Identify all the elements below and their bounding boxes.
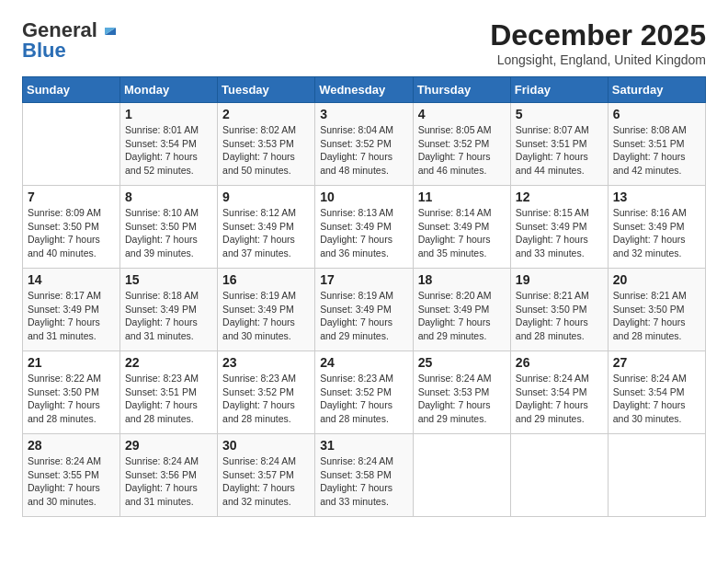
day-number: 8 — [125, 190, 212, 204]
calendar-cell: 5Sunrise: 8:07 AMSunset: 3:51 PMDaylight… — [510, 103, 608, 186]
calendar-cell: 15Sunrise: 8:18 AMSunset: 3:49 PMDayligh… — [120, 269, 218, 351]
day-header-saturday: Saturday — [608, 77, 705, 103]
day-number: 30 — [222, 438, 310, 453]
day-number: 10 — [320, 190, 407, 204]
day-number: 18 — [418, 272, 506, 287]
logo: General Blue — [22, 18, 119, 63]
day-number: 15 — [125, 272, 212, 287]
cell-info: Sunrise: 8:24 AMSunset: 3:53 PMDaylight:… — [418, 372, 506, 426]
day-number: 6 — [613, 107, 700, 121]
calendar-cell: 3Sunrise: 8:04 AMSunset: 3:52 PMDaylight… — [315, 103, 413, 186]
calendar-week-row: 1Sunrise: 8:01 AMSunset: 3:54 PMDaylight… — [23, 103, 706, 186]
day-number: 22 — [125, 355, 212, 370]
cell-info: Sunrise: 8:04 AMSunset: 3:52 PMDaylight:… — [320, 123, 407, 178]
calendar-cell: 28Sunrise: 8:24 AMSunset: 3:55 PMDayligh… — [23, 434, 120, 517]
day-number: 3 — [320, 107, 407, 121]
calendar-week-row: 7Sunrise: 8:09 AMSunset: 3:50 PMDaylight… — [23, 186, 706, 269]
day-number: 23 — [222, 355, 310, 370]
logo-icon — [99, 18, 119, 39]
day-header-sunday: Sunday — [23, 77, 120, 103]
calendar-cell: 25Sunrise: 8:24 AMSunset: 3:53 PMDayligh… — [413, 351, 510, 434]
calendar-cell: 16Sunrise: 8:19 AMSunset: 3:49 PMDayligh… — [218, 269, 315, 351]
calendar-cell: 29Sunrise: 8:24 AMSunset: 3:56 PMDayligh… — [120, 434, 218, 517]
calendar-cell — [608, 434, 705, 517]
page-header: General Blue December 2025 Longsight, En… — [22, 18, 706, 67]
calendar-cell: 4Sunrise: 8:05 AMSunset: 3:52 PMDaylight… — [413, 103, 510, 186]
cell-info: Sunrise: 8:12 AMSunset: 3:49 PMDaylight:… — [222, 206, 310, 260]
calendar-cell: 8Sunrise: 8:10 AMSunset: 3:50 PMDaylight… — [120, 186, 218, 269]
calendar-cell: 11Sunrise: 8:14 AMSunset: 3:49 PMDayligh… — [413, 186, 510, 269]
cell-info: Sunrise: 8:13 AMSunset: 3:49 PMDaylight:… — [320, 206, 407, 260]
cell-info: Sunrise: 8:10 AMSunset: 3:50 PMDaylight:… — [125, 206, 212, 260]
calendar-cell: 26Sunrise: 8:24 AMSunset: 3:54 PMDayligh… — [510, 351, 608, 434]
calendar-cell: 24Sunrise: 8:23 AMSunset: 3:52 PMDayligh… — [315, 351, 413, 434]
calendar-cell: 17Sunrise: 8:19 AMSunset: 3:49 PMDayligh… — [315, 269, 413, 351]
calendar-cell: 23Sunrise: 8:23 AMSunset: 3:52 PMDayligh… — [218, 351, 315, 434]
calendar-week-row: 28Sunrise: 8:24 AMSunset: 3:55 PMDayligh… — [23, 434, 706, 517]
calendar-week-row: 21Sunrise: 8:22 AMSunset: 3:50 PMDayligh… — [23, 351, 706, 434]
calendar-cell: 31Sunrise: 8:24 AMSunset: 3:58 PMDayligh… — [315, 434, 413, 517]
cell-info: Sunrise: 8:24 AMSunset: 3:54 PMDaylight:… — [516, 372, 603, 426]
location: Longsight, England, United Kingdom — [490, 52, 706, 67]
calendar-cell: 6Sunrise: 8:08 AMSunset: 3:51 PMDaylight… — [608, 103, 705, 186]
cell-info: Sunrise: 8:07 AMSunset: 3:51 PMDaylight:… — [516, 123, 603, 178]
calendar-cell: 19Sunrise: 8:21 AMSunset: 3:50 PMDayligh… — [510, 269, 608, 351]
day-number: 14 — [28, 272, 115, 287]
day-number: 5 — [516, 107, 603, 121]
day-number: 4 — [418, 107, 506, 121]
calendar-cell: 2Sunrise: 8:02 AMSunset: 3:53 PMDaylight… — [218, 103, 315, 186]
day-number: 12 — [516, 190, 603, 204]
cell-info: Sunrise: 8:09 AMSunset: 3:50 PMDaylight:… — [28, 206, 115, 260]
calendar-cell: 9Sunrise: 8:12 AMSunset: 3:49 PMDaylight… — [218, 186, 315, 269]
calendar-cell: 20Sunrise: 8:21 AMSunset: 3:50 PMDayligh… — [608, 269, 705, 351]
cell-info: Sunrise: 8:24 AMSunset: 3:56 PMDaylight:… — [125, 454, 212, 509]
calendar-header-row: SundayMondayTuesdayWednesdayThursdayFrid… — [23, 77, 706, 103]
day-header-wednesday: Wednesday — [315, 77, 413, 103]
day-number: 29 — [125, 438, 212, 453]
cell-info: Sunrise: 8:18 AMSunset: 3:49 PMDaylight:… — [125, 289, 212, 343]
day-number: 31 — [320, 438, 407, 453]
calendar-cell: 18Sunrise: 8:20 AMSunset: 3:49 PMDayligh… — [413, 269, 510, 351]
cell-info: Sunrise: 8:08 AMSunset: 3:51 PMDaylight:… — [613, 123, 700, 178]
day-number: 2 — [222, 107, 310, 121]
calendar-table: SundayMondayTuesdayWednesdayThursdayFrid… — [22, 76, 706, 517]
cell-info: Sunrise: 8:20 AMSunset: 3:49 PMDaylight:… — [418, 289, 506, 343]
cell-info: Sunrise: 8:14 AMSunset: 3:49 PMDaylight:… — [418, 206, 506, 260]
day-header-friday: Friday — [510, 77, 608, 103]
calendar-cell: 14Sunrise: 8:17 AMSunset: 3:49 PMDayligh… — [23, 269, 120, 351]
cell-info: Sunrise: 8:23 AMSunset: 3:52 PMDaylight:… — [222, 372, 310, 426]
cell-info: Sunrise: 8:21 AMSunset: 3:50 PMDaylight:… — [516, 289, 603, 343]
calendar-cell: 30Sunrise: 8:24 AMSunset: 3:57 PMDayligh… — [218, 434, 315, 517]
day-number: 24 — [320, 355, 407, 370]
calendar-cell: 13Sunrise: 8:16 AMSunset: 3:49 PMDayligh… — [608, 186, 705, 269]
day-number: 17 — [320, 272, 407, 287]
logo-blue-text: Blue — [22, 39, 66, 63]
day-number: 26 — [516, 355, 603, 370]
cell-info: Sunrise: 8:02 AMSunset: 3:53 PMDaylight:… — [222, 123, 310, 178]
calendar-cell: 7Sunrise: 8:09 AMSunset: 3:50 PMDaylight… — [23, 186, 120, 269]
calendar-cell: 10Sunrise: 8:13 AMSunset: 3:49 PMDayligh… — [315, 186, 413, 269]
calendar-cell: 27Sunrise: 8:24 AMSunset: 3:54 PMDayligh… — [608, 351, 705, 434]
day-number: 16 — [222, 272, 310, 287]
cell-info: Sunrise: 8:23 AMSunset: 3:52 PMDaylight:… — [320, 372, 407, 426]
cell-info: Sunrise: 8:15 AMSunset: 3:49 PMDaylight:… — [516, 206, 603, 260]
calendar-cell — [510, 434, 608, 517]
cell-info: Sunrise: 8:01 AMSunset: 3:54 PMDaylight:… — [125, 123, 212, 178]
day-number: 1 — [125, 107, 212, 121]
cell-info: Sunrise: 8:17 AMSunset: 3:49 PMDaylight:… — [28, 289, 115, 343]
calendar-cell: 21Sunrise: 8:22 AMSunset: 3:50 PMDayligh… — [23, 351, 120, 434]
calendar-week-row: 14Sunrise: 8:17 AMSunset: 3:49 PMDayligh… — [23, 269, 706, 351]
cell-info: Sunrise: 8:21 AMSunset: 3:50 PMDaylight:… — [613, 289, 700, 343]
cell-info: Sunrise: 8:24 AMSunset: 3:57 PMDaylight:… — [222, 454, 310, 509]
day-number: 27 — [613, 355, 700, 370]
day-number: 9 — [222, 190, 310, 204]
day-header-thursday: Thursday — [413, 77, 510, 103]
cell-info: Sunrise: 8:24 AMSunset: 3:58 PMDaylight:… — [320, 454, 407, 509]
day-number: 13 — [613, 190, 700, 204]
day-number: 11 — [418, 190, 506, 204]
cell-info: Sunrise: 8:22 AMSunset: 3:50 PMDaylight:… — [28, 372, 115, 426]
month-title: December 2025 — [490, 18, 706, 52]
calendar-cell: 12Sunrise: 8:15 AMSunset: 3:49 PMDayligh… — [510, 186, 608, 269]
day-header-tuesday: Tuesday — [218, 77, 315, 103]
calendar-cell: 1Sunrise: 8:01 AMSunset: 3:54 PMDaylight… — [120, 103, 218, 186]
